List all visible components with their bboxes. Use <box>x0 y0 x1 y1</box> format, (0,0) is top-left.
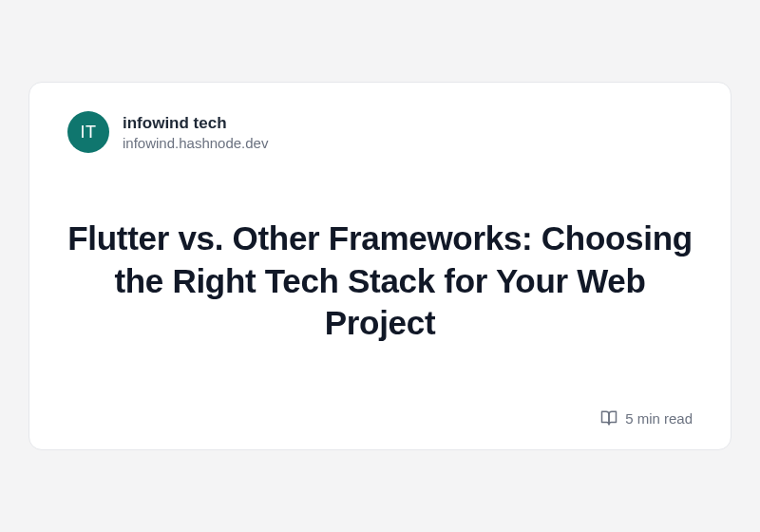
card-footer: 5 min read <box>67 409 693 427</box>
read-time: 5 min read <box>625 410 693 427</box>
author-block: infowind tech infowind.hashnode.dev <box>123 114 268 151</box>
card-header: IT infowind tech infowind.hashnode.dev <box>67 111 693 153</box>
author-domain: infowind.hashnode.dev <box>123 135 268 151</box>
article-title: Flutter vs. Other Frameworks: Choosing t… <box>67 218 693 345</box>
avatar-initials: IT <box>81 123 97 142</box>
avatar: IT <box>67 111 109 153</box>
book-icon <box>600 409 618 427</box>
author-name: infowind tech <box>123 114 268 133</box>
article-card: IT infowind tech infowind.hashnode.dev F… <box>28 82 732 450</box>
title-wrap: Flutter vs. Other Frameworks: Choosing t… <box>67 153 693 409</box>
